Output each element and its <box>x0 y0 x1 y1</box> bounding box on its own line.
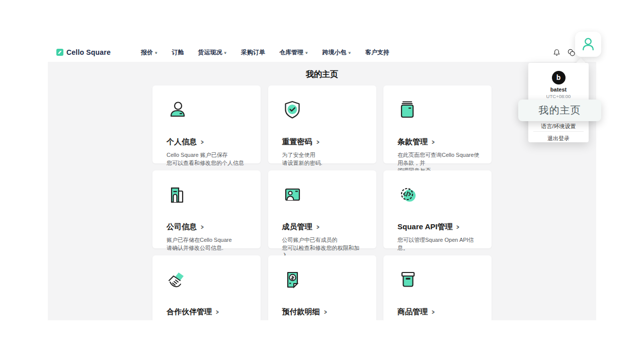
chevron-right-icon: > <box>457 223 459 231</box>
menu-item-logout[interactable]: 退出登录 <box>528 135 589 142</box>
header-icons <box>552 43 576 62</box>
page-title: 我的主页 <box>48 69 596 80</box>
nav-label: 仓库管理 <box>279 48 303 57</box>
nav-item-warehouse[interactable]: 仓库管理 ∨ <box>272 48 315 57</box>
nav-label: 货运现况 <box>198 48 222 57</box>
brand-name: Cello Square <box>66 48 111 56</box>
card-desc-line: 您可以查看和修改您的个人信息 <box>167 159 249 167</box>
person-icon <box>167 100 188 121</box>
timezone: UTC+08:00 <box>528 94 589 99</box>
company-building-icon <box>167 185 188 206</box>
user-initial-avatar: b <box>552 71 566 84</box>
cards-grid: 个人信息 > Cello Square 账户已保存 您可以查看和修改您的个人信息… <box>152 85 492 320</box>
chevron-right-icon: > <box>201 138 203 146</box>
brand-logo[interactable]: Cello Square <box>56 48 111 56</box>
nav-item-crossborder-parcel[interactable]: 跨境小包 ∨ <box>315 48 358 57</box>
card-reset-password[interactable]: 重置密码 > 为了安全使用 请设置新的密码. <box>268 85 376 163</box>
chevron-right-icon: > <box>316 138 319 146</box>
card-terms-management[interactable]: 条款管理 > 在此页面您可查询Cello Square使用条款，并 管理同意与否… <box>383 85 492 163</box>
chevron-right-icon: > <box>201 223 203 231</box>
chevron-right-icon: > <box>216 308 218 316</box>
chevron-down-icon: ∨ <box>348 50 351 54</box>
nav-label: 跨境小包 <box>322 48 346 57</box>
card-partner-management[interactable]: 合作伙伴管理 > 可管理合作伙伴公司名、地址、负责人等信息 <box>152 255 261 320</box>
card-title: 条款管理 <box>397 137 428 147</box>
nav-item-purchase-order[interactable]: 采购订单 <box>234 48 272 57</box>
partner-handshake-icon <box>167 269 188 291</box>
notification-bell-icon[interactable] <box>552 48 561 57</box>
brand-logo-icon <box>56 49 63 56</box>
chevron-right-icon: > <box>324 308 327 316</box>
main-nav: 报价 ∨ 订舱 货运现况 ∨ 采购订单 仓库管理 ∨ 跨境小包 ∨ 客户支持 <box>134 48 396 57</box>
user-avatar-button[interactable] <box>575 32 601 57</box>
chevron-right-icon: > <box>432 138 434 146</box>
menu-item-language-settings[interactable]: 语言/环境设置 <box>528 123 589 130</box>
chevron-down-icon: ∨ <box>154 50 158 54</box>
nav-item-shipment-status[interactable]: 货运现况 ∨ <box>191 48 234 57</box>
card-square-api-management[interactable]: Square API管理 > 您可以管理Square Open API信息。 <box>383 170 492 248</box>
user-icon <box>580 36 597 53</box>
terms-book-icon <box>397 100 419 121</box>
main-content: 我的主页 个人信息 > Cello Square 账户已保存 您可以查看和修改您… <box>48 62 596 320</box>
nav-label: 采购订单 <box>241 48 265 57</box>
card-member-management[interactable]: 成员管理 > 公司账户中已有成员的 您可以检查和修改您的权限和加入. <box>268 170 376 248</box>
card-personal-info[interactable]: 个人信息 > Cello Square 账户已保存 您可以查看和修改您的个人信息 <box>152 85 261 163</box>
api-gear-icon <box>397 185 419 206</box>
chevron-right-icon: > <box>432 308 434 316</box>
product-box-icon <box>397 269 419 291</box>
card-desc-line: 在此页面您可查询Cello Square使用条款，并 <box>397 151 479 167</box>
member-card-icon <box>282 185 303 206</box>
prepayment-doc-icon <box>282 269 303 291</box>
card-desc-line: Cello Square 账户已保存 <box>167 151 249 159</box>
nav-item-booking[interactable]: 订舱 <box>165 48 191 57</box>
card-title: Square API管理 <box>397 222 452 232</box>
card-desc-line: 请确认并修改公司信息. <box>167 244 249 252</box>
header: Cello Square 报价 ∨ 订舱 货运现况 ∨ 采购订单 仓库管理 ∨ … <box>48 43 596 62</box>
card-title: 合作伙伴管理 <box>167 307 212 317</box>
nav-label: 客户支持 <box>365 48 389 57</box>
card-desc-line: 请设置新的密码. <box>282 159 364 167</box>
chevron-down-icon: ∨ <box>223 50 227 54</box>
nav-label: 报价 <box>141 48 153 57</box>
card-desc-line: 公司账户中已有成员的 <box>282 236 364 244</box>
card-title: 预付款明细 <box>282 307 320 317</box>
nav-item-quote[interactable]: 报价 ∨ <box>134 48 165 57</box>
shield-check-icon <box>282 100 303 121</box>
language-icon[interactable] <box>567 48 576 57</box>
card-title: 个人信息 <box>167 137 197 147</box>
username: batest <box>528 86 589 93</box>
menu-item-my-homepage-highlighted[interactable]: 我的主页 <box>518 100 601 121</box>
menu-divider <box>533 131 584 132</box>
nav-item-customer-support[interactable]: 客户支持 <box>358 48 396 57</box>
nav-label: 订舱 <box>172 48 184 57</box>
card-desc-line: 您可以管理Square Open API信息。 <box>397 236 479 252</box>
card-desc-line: 为了安全使用 <box>282 151 364 159</box>
card-product-management[interactable]: 商品管理 > 可以设置、添加、修改和删除商品信息. <box>383 255 492 320</box>
card-title: 商品管理 <box>397 307 428 317</box>
card-title: 成员管理 <box>282 222 312 232</box>
card-title: 重置密码 <box>282 137 312 147</box>
card-company-info[interactable]: 公司信息 > 账户已存储在Cello Square 请确认并修改公司信息. <box>152 170 261 248</box>
chevron-right-icon: > <box>316 223 319 231</box>
card-title: 公司信息 <box>167 222 197 232</box>
card-prepayment-details[interactable]: 预付款明细 > 可以查看交易明细和余额信息 <box>268 255 376 320</box>
chevron-down-icon: ∨ <box>305 50 308 54</box>
card-desc-line: 账户已存储在Cello Square <box>167 236 249 244</box>
